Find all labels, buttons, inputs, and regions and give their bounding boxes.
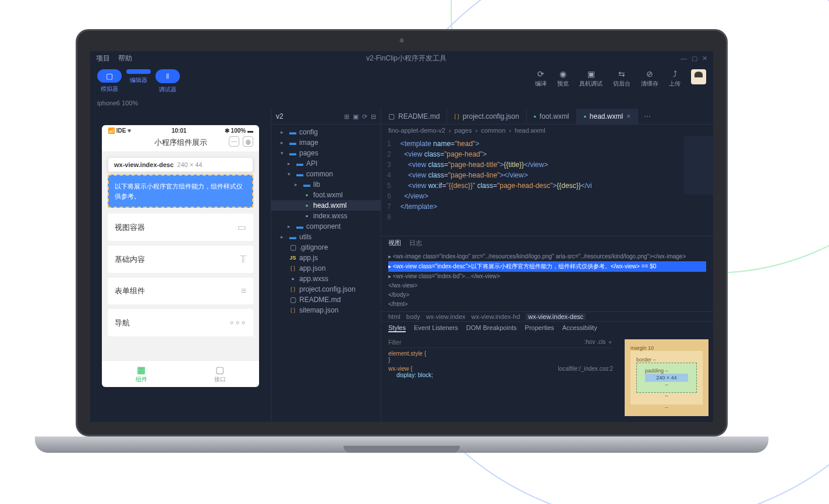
tree-item[interactable]: { }app.json xyxy=(271,263,381,274)
editor-tab[interactable]: ▪foot.wxml xyxy=(527,109,577,124)
tree-item[interactable]: ▪head.wxml xyxy=(271,200,381,211)
tree-item[interactable]: ▾▬pages xyxy=(271,148,381,158)
target-icon[interactable]: ◎ xyxy=(243,136,253,147)
tree-item[interactable]: ▢README.md xyxy=(271,294,381,305)
devtools-tab[interactable]: 日志 xyxy=(409,239,422,247)
device-info: iphone6 100% xyxy=(90,97,713,109)
devtools-subtab[interactable]: Styles xyxy=(388,324,406,332)
breadcrumb: fino-applet-demo-v2›pages›common›head.wx… xyxy=(381,125,713,136)
refresh-icon[interactable]: ⟳ xyxy=(362,113,367,120)
inspect-tooltip: wx-view.index-desc240 × 44 xyxy=(108,157,253,172)
devtools-subtab[interactable]: Properties xyxy=(525,324,554,332)
toolbar-right-0[interactable]: ⟳编译 xyxy=(535,69,547,88)
tree-item[interactable]: ▢.gitignore xyxy=(271,242,381,253)
toolbar-left-0[interactable]: ▢ xyxy=(97,69,122,83)
maximize-icon[interactable]: ▢ xyxy=(692,55,697,62)
editor-tab[interactable]: ▪head.wxml× xyxy=(577,109,639,124)
styles-filter-input[interactable] xyxy=(388,338,584,346)
simulator-pane: 📶 IDE ᯤ 10:01 ✱ 100% ▬ 小程序组件展示 ⋯ ◎ xyxy=(90,109,271,422)
phone-frame: 📶 IDE ᯤ 10:01 ✱ 100% ▬ 小程序组件展示 ⋯ ◎ xyxy=(102,125,259,387)
phone-title: 小程序组件展示 xyxy=(154,138,207,147)
file-tree-pane: v2 ⊞ ▣ ⟳ ⊟ ▸▬config▸▬image▾▬pages▸▬API▾▬… xyxy=(271,109,381,422)
box-model: margin 10 border – padding – 240 × 44 – xyxy=(620,335,713,422)
tree-item[interactable]: ▸▬lib xyxy=(271,179,381,190)
new-folder-icon[interactable]: ▣ xyxy=(353,113,359,120)
toolbar-right-3[interactable]: ⇆切后台 xyxy=(613,69,630,88)
toolbar: ▢模拟器编辑器⫴调试器 ⟳编译◉预览▣真机调试⇆切后台⊘清缓存⤴上传 xyxy=(90,66,713,97)
tree-item[interactable]: ▸▬utils xyxy=(271,232,381,242)
tree-root[interactable]: v2 xyxy=(276,112,344,120)
editor-tab[interactable]: ▢README.md xyxy=(381,109,447,124)
tree-item[interactable]: ▪foot.wxml xyxy=(271,190,381,200)
phone-card-0[interactable]: 视图容器▭ xyxy=(108,214,253,241)
tree-item[interactable]: ▸▬config xyxy=(271,127,381,137)
minimize-icon[interactable]: — xyxy=(681,55,687,62)
new-file-icon[interactable]: ⊞ xyxy=(344,113,349,120)
tabs-more-icon[interactable]: ⋯ xyxy=(638,109,657,124)
phone-tab-components[interactable]: ▦组件 xyxy=(102,361,180,387)
editor-pane: ▢README.md{ }project.config.json▪foot.wx… xyxy=(381,109,713,422)
highlighted-element[interactable]: 以下将展示小程序官方组件能力，组件样式仅供参考。 xyxy=(108,175,253,208)
tree-item[interactable]: { }sitemap.json xyxy=(271,305,381,315)
menu-project[interactable]: 项目 xyxy=(96,54,110,63)
ide-screen: 项目 帮助 v2-FinClip小程序开发工具 — ▢ ✕ ▢模拟器编辑器⫴调试… xyxy=(90,51,713,422)
menu-help[interactable]: 帮助 xyxy=(118,54,132,63)
toolbar-right-1[interactable]: ◉预览 xyxy=(557,69,569,88)
phone-card-3[interactable]: 导航∘∘∘ xyxy=(108,309,253,336)
devtools-subtab[interactable]: DOM Breakpoints xyxy=(466,324,517,332)
styles-filter-actions[interactable]: :hov .cls ＋ xyxy=(584,338,613,346)
phone-tab-api[interactable]: ▢接口 xyxy=(180,361,259,387)
tree-item[interactable]: ▪index.wxss xyxy=(271,211,381,221)
close-icon[interactable]: ✕ xyxy=(702,55,707,62)
phone-card-2[interactable]: 表单组件≡ xyxy=(108,278,253,304)
toolbar-left-2[interactable]: ⫴ xyxy=(155,69,180,83)
status-battery: ✱ 100% ▬ xyxy=(225,127,253,134)
avatar[interactable] xyxy=(691,69,706,84)
toolbar-right-4[interactable]: ⊘清缓存 xyxy=(641,69,658,88)
devtools-subtab[interactable]: Event Listeners xyxy=(414,324,458,332)
phone-card-1[interactable]: 基础内容𝕋 xyxy=(108,246,253,273)
toolbar-right-2[interactable]: ▣真机调试 xyxy=(579,69,603,88)
file-tree[interactable]: ▸▬config▸▬image▾▬pages▸▬API▾▬common▸▬lib… xyxy=(271,125,381,318)
dom-inspector[interactable]: ▸ <wx-image class="index-logo" src="../r… xyxy=(381,250,713,311)
menu-bar: 项目 帮助 v2-FinClip小程序开发工具 — ▢ ✕ xyxy=(90,51,713,66)
toolbar-right-5[interactable]: ⤴上传 xyxy=(669,69,681,88)
laptop-frame: 项目 帮助 v2-FinClip小程序开发工具 — ▢ ✕ ▢模拟器编辑器⫴调试… xyxy=(76,29,728,448)
tree-item[interactable]: ▪app.wxss xyxy=(271,274,381,284)
tree-item[interactable]: ▸▬API xyxy=(271,158,381,169)
tree-item[interactable]: { }project.config.json xyxy=(271,284,381,294)
status-signal: 📶 IDE ᯤ xyxy=(108,127,133,134)
dom-breadcrumb[interactable]: htmlbodywx-view.indexwx-view.index-hdwx-… xyxy=(381,311,713,322)
window-title: v2-FinClip小程序开发工具 xyxy=(140,54,672,63)
collapse-icon[interactable]: ⊟ xyxy=(371,113,376,120)
toolbar-left-1[interactable] xyxy=(126,69,151,74)
devtools-tab[interactable]: 视图 xyxy=(388,239,401,247)
tree-item[interactable]: ▸▬component xyxy=(271,221,381,232)
editor-tab[interactable]: { }project.config.json xyxy=(447,109,526,124)
devtools-subtab[interactable]: Accessibility xyxy=(562,324,597,332)
tree-item[interactable]: JSapp.js xyxy=(271,253,381,263)
editor-tabs: ▢README.md{ }project.config.json▪foot.wx… xyxy=(381,109,713,125)
devtools: 视图日志 ▸ <wx-image class="index-logo" src=… xyxy=(381,236,713,422)
tree-item[interactable]: ▸▬image xyxy=(271,137,381,148)
tree-item[interactable]: ▾▬common xyxy=(271,169,381,179)
code-editor[interactable]: 12345678 <template name="head"> <view cl… xyxy=(381,136,713,236)
more-icon[interactable]: ⋯ xyxy=(229,136,239,147)
minimap[interactable] xyxy=(684,136,713,194)
status-time: 10:01 xyxy=(172,127,187,134)
